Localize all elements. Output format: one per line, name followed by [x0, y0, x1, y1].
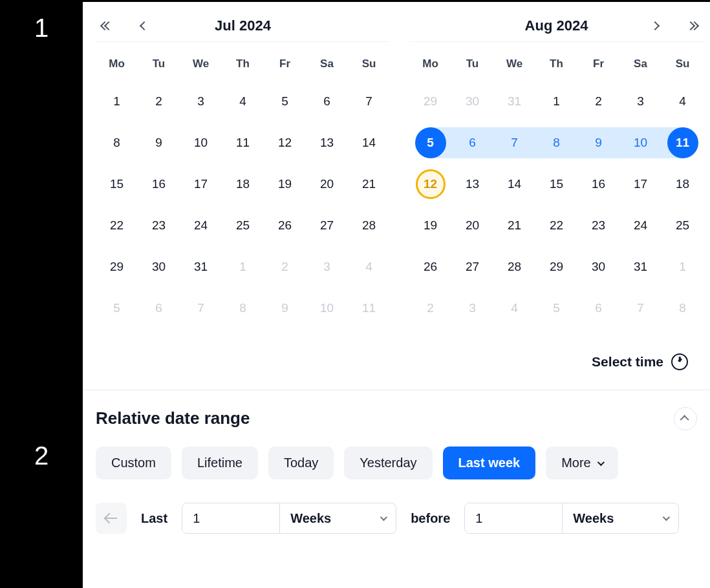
next-year-button[interactable]	[682, 15, 704, 37]
calendar-day[interactable]: 27	[451, 246, 493, 288]
calendar-day[interactable]: 29	[535, 246, 577, 288]
calendar-day[interactable]: 28	[493, 246, 535, 288]
chip-yesterday[interactable]: Yesterday	[344, 446, 432, 479]
calendar-day[interactable]: 9	[138, 122, 180, 163]
calendar-day[interactable]: 4	[348, 246, 390, 288]
calendar-day[interactable]: 10	[180, 122, 222, 163]
calendar-day[interactable]: 3	[619, 81, 662, 122]
calendar-day[interactable]: 21	[493, 205, 535, 246]
calendar-day[interactable]: 29	[96, 246, 138, 288]
calendar-day[interactable]: 30	[138, 246, 180, 288]
calendar-day[interactable]: 22	[96, 205, 138, 246]
calendar-day[interactable]: 7	[348, 81, 390, 122]
calendar-day[interactable]: 1	[96, 81, 138, 122]
calendar-day[interactable]: 19	[264, 163, 306, 205]
calendar-day[interactable]: 24	[180, 205, 222, 246]
before-value-input[interactable]	[465, 503, 562, 533]
calendar-day[interactable]: 6	[138, 288, 180, 329]
calendar-day[interactable]: 22	[535, 205, 577, 246]
calendar-day[interactable]: 18	[662, 163, 704, 205]
calendar-day[interactable]: 19	[409, 205, 451, 246]
calendar-day[interactable]: 6	[306, 81, 348, 122]
calendar-day[interactable]: 16	[138, 163, 180, 205]
calendar-day[interactable]: 20	[306, 163, 348, 205]
calendar-day[interactable]: 28	[348, 205, 390, 246]
calendar-day[interactable]: 16	[577, 163, 619, 205]
chip-more[interactable]: More	[546, 446, 618, 479]
calendar-day[interactable]: 4	[493, 288, 535, 329]
calendar-day[interactable]: 13	[306, 122, 348, 163]
last-value-input[interactable]	[182, 503, 279, 533]
calendar-day[interactable]: 1	[222, 246, 264, 288]
calendar-day[interactable]: 5	[535, 288, 577, 329]
next-month-button[interactable]	[644, 15, 666, 37]
calendar-day[interactable]: 8	[662, 288, 704, 329]
calendar-day[interactable]: 17	[180, 163, 222, 205]
last-unit-select[interactable]: Weeks	[279, 503, 396, 533]
calendar-day[interactable]: 23	[138, 205, 180, 246]
back-button[interactable]	[96, 503, 127, 534]
calendar-day[interactable]: 3	[306, 246, 348, 288]
calendar-day[interactable]: 26	[409, 246, 451, 288]
calendar-day[interactable]: 7	[180, 288, 222, 329]
calendar-day[interactable]: 2	[264, 246, 306, 288]
chip-custom[interactable]: Custom	[96, 446, 171, 479]
calendar-day[interactable]: 4	[662, 81, 704, 122]
calendar-day[interactable]: 14	[348, 122, 390, 163]
calendar-day[interactable]: 14	[493, 163, 535, 205]
calendar-day[interactable]: 31	[619, 246, 662, 288]
select-time-button[interactable]: Select time	[83, 342, 710, 390]
calendar-day[interactable]: 9	[264, 288, 306, 329]
calendar-day[interactable]: 12	[409, 163, 451, 205]
calendar-day[interactable]: 17	[619, 163, 662, 205]
calendar-day[interactable]: 11	[348, 288, 390, 329]
calendar-day[interactable]: 1	[535, 81, 577, 122]
calendar-day[interactable]: 5	[264, 81, 306, 122]
calendar-day[interactable]: 30	[577, 246, 619, 288]
calendar-day[interactable]: 3	[451, 288, 493, 329]
calendar-day[interactable]: 25	[222, 205, 264, 246]
calendar-day[interactable]: 13	[451, 163, 493, 205]
chip-lifetime[interactable]: Lifetime	[182, 446, 258, 479]
calendar-day[interactable]: 4	[222, 81, 264, 122]
calendar-day[interactable]: 10	[306, 288, 348, 329]
calendar-day[interactable]: 6	[577, 288, 619, 329]
calendar-day[interactable]: 23	[577, 205, 619, 246]
calendar-day[interactable]: 2	[577, 81, 619, 122]
calendar-day[interactable]: 31	[180, 246, 222, 288]
calendar-day[interactable]: 8	[535, 122, 577, 163]
calendar-day[interactable]: 24	[619, 205, 662, 246]
calendar-day[interactable]: 11	[222, 122, 264, 163]
calendar-day[interactable]: 10	[619, 122, 662, 163]
calendar-day[interactable]: 8	[222, 288, 264, 329]
calendar-day[interactable]: 5	[409, 122, 451, 163]
calendar-day[interactable]: 9	[577, 122, 619, 163]
calendar-day[interactable]: 3	[180, 81, 222, 122]
calendar-day[interactable]: 7	[493, 122, 535, 163]
calendar-day[interactable]: 26	[264, 205, 306, 246]
calendar-day[interactable]: 29	[409, 81, 451, 122]
chip-last-week[interactable]: Last week	[443, 446, 536, 479]
calendar-day[interactable]: 7	[619, 288, 662, 329]
calendar-day[interactable]: 18	[222, 163, 264, 205]
calendar-day[interactable]: 6	[451, 122, 493, 163]
calendar-day[interactable]: 8	[96, 122, 138, 163]
before-unit-select[interactable]: Weeks	[562, 503, 678, 533]
calendar-day[interactable]: 12	[264, 122, 306, 163]
calendar-day[interactable]: 11	[662, 122, 704, 163]
calendar-day[interactable]: 15	[535, 163, 577, 205]
prev-year-button[interactable]	[96, 15, 118, 37]
calendar-day[interactable]: 31	[493, 81, 535, 122]
calendar-day[interactable]: 2	[138, 81, 180, 122]
prev-month-button[interactable]	[133, 15, 155, 37]
calendar-day[interactable]: 27	[306, 205, 348, 246]
calendar-day[interactable]: 25	[662, 205, 704, 246]
calendar-day[interactable]: 20	[451, 205, 493, 246]
chip-today[interactable]: Today	[268, 446, 334, 479]
calendar-day[interactable]: 15	[96, 163, 138, 205]
collapse-button[interactable]	[674, 407, 697, 430]
calendar-day[interactable]: 30	[451, 81, 493, 122]
calendar-day[interactable]: 1	[662, 246, 704, 288]
calendar-day[interactable]: 2	[409, 288, 451, 329]
calendar-day[interactable]: 21	[348, 163, 390, 205]
